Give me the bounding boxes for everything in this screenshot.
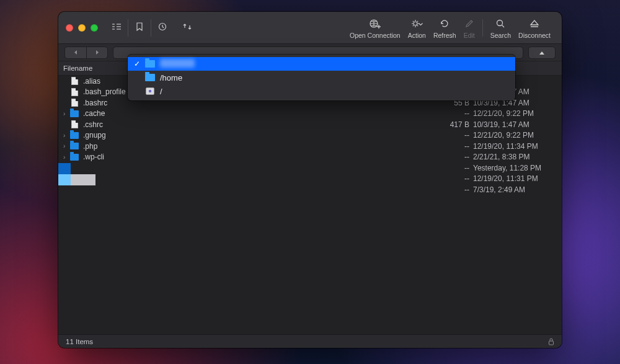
item-count: 11 Items [66, 338, 93, 345]
gear-icon [410, 17, 423, 30]
svg-rect-22 [549, 341, 554, 345]
nav-history-buttons [64, 47, 108, 59]
file-date: 12/21/20, 9:22 PM [473, 131, 557, 140]
file-name: .wp-cli [83, 153, 439, 161]
file-row[interactable]: --7/3/19, 2:49 AM [58, 184, 562, 195]
folder-icon [144, 60, 156, 68]
disclosure-triangle[interactable]: › [63, 110, 69, 117]
file-size: -- [439, 153, 473, 161]
column-filename[interactable]: Filename [63, 64, 92, 72]
file-size: -- [439, 109, 473, 118]
toolbar-divider [128, 19, 128, 37]
bookmark-button[interactable] [131, 19, 148, 34]
file-name: .cache [83, 109, 439, 118]
file-name: .cshrc [83, 120, 439, 129]
action-button[interactable]: Action [408, 17, 426, 39]
transfers-button[interactable] [179, 19, 196, 34]
history-button[interactable] [154, 19, 171, 34]
refresh-icon [440, 17, 450, 30]
path-dropdown-item-label: / [160, 87, 162, 96]
file-date: 7/3/19, 2:49 AM [473, 185, 557, 194]
drive-icon [144, 87, 156, 95]
close-window-button[interactable] [66, 24, 73, 32]
titlebar: Open Connection Action Refresh Edit Sea [58, 12, 562, 44]
path-dropdown-item[interactable]: /home [128, 71, 515, 84]
disclosure-triangle[interactable]: › [63, 143, 69, 149]
file-icon [69, 99, 79, 107]
svg-line-18 [417, 20, 418, 21]
open-connection-button[interactable]: Open Connection [350, 17, 401, 39]
eject-icon [529, 17, 539, 30]
list-view-button[interactable] [108, 19, 125, 34]
file-row[interactable]: --Yesterday, 11:28 PM [58, 162, 562, 174]
file-size: -- [439, 131, 473, 140]
search-icon [495, 17, 505, 30]
window-controls [66, 24, 98, 32]
file-listing[interactable]: .alias1:47 AM.bash_profile81 B10/3/19, 1… [58, 76, 562, 334]
svg-line-20 [502, 25, 505, 27]
file-row[interactable]: --12/19/20, 11:31 PM [58, 174, 562, 185]
file-row[interactable]: ›.gnupg--12/21/20, 9:22 PM [58, 130, 562, 141]
file-name: .gnupg [83, 131, 439, 140]
view-mode-group [108, 19, 196, 37]
file-name: .php [83, 142, 439, 151]
disconnect-label: Disconnect [518, 32, 551, 39]
toolbar-divider [482, 19, 483, 37]
zoom-window-button[interactable] [91, 24, 98, 32]
disclosure-triangle[interactable]: › [63, 132, 69, 139]
lock-icon [548, 338, 554, 345]
folder-icon [69, 154, 79, 161]
svg-point-19 [497, 20, 503, 25]
file-icon [69, 120, 79, 128]
file-icon [69, 77, 79, 85]
file-date: 12/19/20, 11:34 PM [473, 142, 557, 151]
edit-label: Edit [464, 32, 475, 39]
go-up-button[interactable] [528, 47, 556, 59]
search-button[interactable]: Search [490, 17, 511, 39]
folder-icon [69, 132, 79, 139]
file-date: 12/21/20, 9:22 PM [473, 109, 557, 118]
action-label: Action [408, 32, 426, 39]
path-dropdown-item[interactable]: ✓ [128, 57, 515, 71]
file-date: 2/21/21, 8:38 PM [473, 153, 557, 161]
forward-button[interactable] [86, 47, 107, 58]
search-label: Search [490, 32, 511, 39]
svg-point-10 [414, 22, 417, 25]
file-date: 10/3/19, 1:47 AM [473, 120, 557, 129]
check-icon: ✓ [134, 60, 144, 68]
refresh-button[interactable]: Refresh [433, 17, 456, 39]
path-dropdown-item-label [160, 59, 195, 69]
back-button[interactable] [65, 47, 86, 58]
edit-button: Edit [464, 17, 475, 39]
file-size: -- [439, 185, 473, 194]
pencil-icon [465, 17, 474, 30]
file-date: Yesterday, 11:28 PM [473, 164, 557, 172]
file-size: -- [439, 174, 473, 183]
file-row[interactable]: ›.php--12/19/20, 11:34 PM [58, 141, 562, 152]
file-icon [69, 88, 79, 96]
file-size: -- [439, 142, 473, 151]
file-date: 12/19/20, 11:31 PM [473, 174, 557, 183]
file-row[interactable]: ›.wp-cli--2/21/21, 8:38 PM [58, 152, 562, 163]
minimize-window-button[interactable] [78, 24, 86, 32]
file-row[interactable]: .cshrc417 B10/3/19, 1:47 AM [58, 119, 562, 130]
svg-line-17 [413, 25, 414, 25]
path-dropdown-item[interactable]: / [128, 84, 515, 98]
path-dropdown-menu: ✓/home/ [128, 55, 515, 100]
svg-line-16 [417, 25, 418, 25]
disconnect-button[interactable]: Disconnect [518, 17, 551, 39]
refresh-label: Refresh [433, 32, 456, 39]
status-bar: 11 Items [58, 334, 562, 348]
disclosure-triangle[interactable]: › [63, 154, 69, 161]
folder-icon [144, 74, 156, 81]
file-size: -- [439, 164, 473, 172]
folder-icon [69, 110, 79, 117]
file-row[interactable]: ›.cache--12/21/20, 9:22 PM [58, 109, 562, 120]
globe-plus-icon [369, 17, 381, 30]
path-dropdown-item-label: /home [160, 73, 182, 82]
app-window: Open Connection Action Refresh Edit Sea [58, 12, 562, 348]
open-connection-label: Open Connection [350, 32, 401, 39]
folder-icon [69, 143, 79, 149]
file-size: 417 B [439, 120, 473, 129]
toolbar-divider [151, 19, 151, 37]
